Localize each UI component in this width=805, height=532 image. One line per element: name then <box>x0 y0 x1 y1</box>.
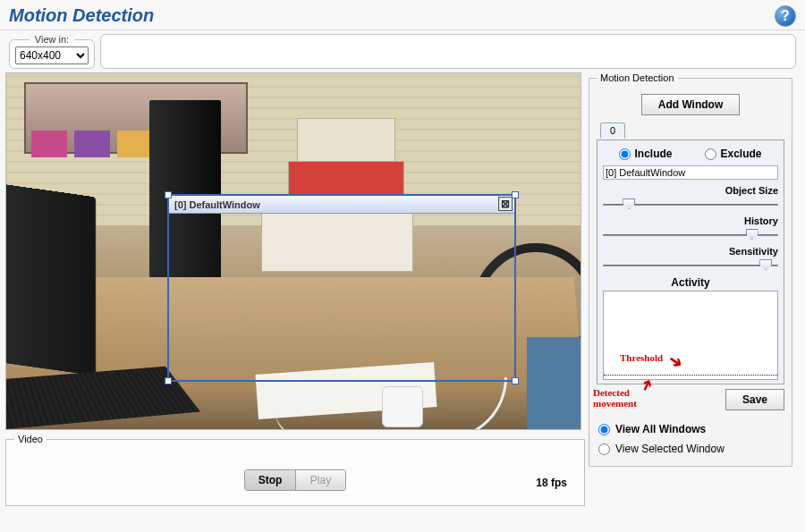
toolbar-spacer <box>100 34 796 69</box>
page-title: Motion Detection <box>0 0 805 30</box>
motion-detection-panel: Motion Detection Add Window 0 Include Ex… <box>589 72 792 467</box>
stop-button[interactable]: Stop <box>245 470 295 490</box>
tab-0[interactable]: 0 <box>600 122 625 139</box>
view-all-radio[interactable] <box>598 424 610 435</box>
save-button[interactable]: Save <box>725 389 784 410</box>
help-icon[interactable]: ? <box>775 5 796 27</box>
play-button[interactable]: Play <box>295 470 345 490</box>
view-in-fieldset: View in: 640x400 <box>9 34 95 69</box>
include-radio[interactable] <box>619 148 631 160</box>
exclude-label: Exclude <box>720 148 761 160</box>
object-size-slider[interactable] <box>603 198 778 210</box>
video-preview[interactable]: [0] DefaultWindow ⊠ <box>5 72 581 430</box>
threshold-line <box>604 375 777 376</box>
add-window-button[interactable]: Add Window <box>641 94 741 115</box>
exclude-option[interactable]: Exclude <box>705 148 761 160</box>
tab-panel: Include Exclude Object Size History <box>597 139 784 384</box>
motion-detection-legend: Motion Detection <box>597 72 678 83</box>
view-selected-radio[interactable] <box>598 443 610 455</box>
object-size-label: Object Size <box>603 185 778 196</box>
detection-window-titlebar[interactable]: [0] DefaultWindow ⊠ <box>169 196 514 214</box>
threshold-annotation: Threshold ➔ <box>620 352 679 363</box>
resolution-select[interactable]: 640x400 <box>15 46 89 64</box>
exclude-radio[interactable] <box>705 148 716 160</box>
video-fieldset: Video Stop Play 18 fps <box>5 434 585 506</box>
history-slider[interactable] <box>603 228 778 241</box>
view-in-legend: View in: <box>30 34 74 45</box>
sensitivity-slider[interactable] <box>603 258 778 271</box>
window-name-input[interactable] <box>603 165 778 180</box>
detection-window[interactable]: [0] DefaultWindow ⊠ <box>167 194 516 382</box>
arrow-icon: ➔ <box>670 358 681 366</box>
history-label: History <box>603 215 778 226</box>
view-all-label: View All Windows <box>615 423 706 435</box>
include-option[interactable]: Include <box>619 148 672 160</box>
resize-handle-nw[interactable] <box>165 191 172 198</box>
sensitivity-label: Sensitivity <box>603 246 778 257</box>
resize-handle-se[interactable] <box>512 377 519 384</box>
view-selected-option[interactable]: View Selected Window <box>597 439 784 459</box>
detection-window-close-icon[interactable]: ⊠ <box>498 197 513 211</box>
activity-graph: Threshold ➔ <box>603 291 778 380</box>
detection-window-title: [0] DefaultWindow <box>174 199 260 210</box>
include-label: Include <box>634 148 672 160</box>
view-all-option[interactable]: View All Windows <box>597 419 784 439</box>
resize-handle-sw[interactable] <box>165 377 172 384</box>
playback-segment: Stop Play <box>244 469 346 491</box>
resize-handle-ne[interactable] <box>512 191 519 198</box>
detected-movement-annotation: ➔ Detected movement <box>593 387 637 409</box>
view-selected-label: View Selected Window <box>615 443 724 455</box>
video-legend: Video <box>14 434 47 444</box>
fps-readout: 18 fps <box>536 477 567 489</box>
activity-label: Activity <box>603 276 778 289</box>
